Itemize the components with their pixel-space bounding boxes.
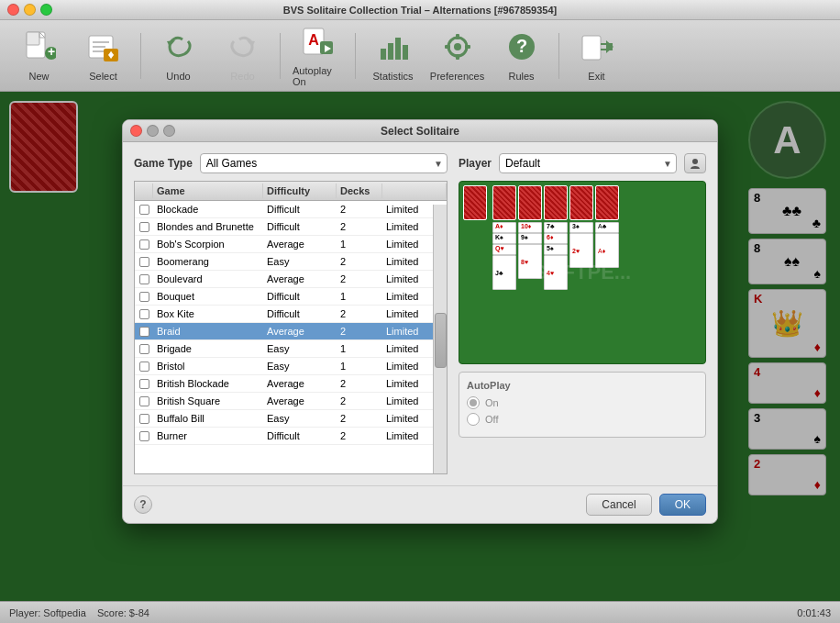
game-checkbox[interactable]: [139, 414, 149, 424]
game-checkbox[interactable]: [139, 362, 149, 372]
modal-overlay: Select Solitaire Game Type All Games ▼: [0, 92, 840, 601]
game-decks-cell: 2: [337, 428, 382, 443]
game-name-cell: Boulevard: [153, 272, 263, 286]
svg-rect-25: [445, 45, 450, 49]
game-row[interactable]: British Square Average 2 Limited: [135, 393, 447, 410]
col-difficulty: Difficulty: [263, 184, 337, 198]
player-select-wrapper[interactable]: Default ▼: [499, 153, 677, 173]
game-name-cell: Blockade: [153, 202, 263, 217]
game-name-cell: British Blockade: [153, 376, 263, 391]
game-type-select-wrapper[interactable]: All Games ▼: [200, 153, 448, 173]
close-button[interactable]: [7, 4, 19, 16]
game-checkbox[interactable]: [139, 431, 149, 441]
game-row[interactable]: British Blockade Average 2 Limited: [135, 375, 447, 393]
player-row: Player Default ▼: [459, 153, 706, 173]
undo-icon: [162, 30, 195, 68]
row-checkbox-cell: [135, 359, 153, 373]
game-checkbox[interactable]: [139, 396, 149, 406]
window-controls[interactable]: [7, 4, 52, 16]
game-checkbox[interactable]: [139, 257, 149, 267]
game-difficulty-cell: Average: [263, 376, 337, 391]
game-checkbox[interactable]: [139, 239, 149, 250]
game-type-select[interactable]: All Games: [200, 153, 448, 173]
game-checkbox[interactable]: [139, 205, 149, 215]
game-decks-cell: 1: [337, 237, 382, 251]
game-row[interactable]: Braid Average 2 Limited: [135, 323, 447, 340]
game-difficulty-cell: Easy: [263, 254, 337, 269]
game-row[interactable]: Buffalo Bill Easy 2 Limited: [135, 410, 447, 428]
autoplay-off-radio[interactable]: [467, 413, 480, 426]
game-difficulty-cell: Average: [263, 394, 337, 408]
exit-button[interactable]: Exit: [567, 26, 626, 85]
game-difficulty-cell: Average: [263, 272, 337, 286]
game-row[interactable]: Blockade Difficult 2 Limited: [135, 201, 447, 218]
game-difficulty-cell: Easy: [263, 359, 337, 373]
game-name-cell: Box Kite: [153, 306, 263, 321]
autoplay-on-radio[interactable]: [467, 396, 480, 409]
player-status: Player: Softpedia Score: $-84: [9, 607, 149, 618]
game-difficulty-cell: Easy: [263, 341, 337, 356]
svg-text:A: A: [308, 32, 319, 48]
svg-rect-24: [456, 54, 459, 60]
preferences-icon: [441, 30, 474, 68]
toolbar: + New ♦ Select Undo: [0, 20, 840, 92]
autoplay-label: Autoplay On: [293, 65, 343, 87]
exit-label: Exit: [588, 71, 604, 82]
game-checkbox[interactable]: [139, 379, 149, 389]
new-button[interactable]: + New: [9, 26, 69, 85]
game-difficulty-cell: Average: [263, 324, 337, 339]
game-row[interactable]: Brigade Easy 1 Limited: [135, 340, 447, 358]
player-label: Player: [459, 157, 492, 170]
ok-button[interactable]: OK: [659, 494, 706, 516]
game-row[interactable]: Bristol Easy 1 Limited: [135, 358, 447, 375]
svg-text:♦: ♦: [107, 47, 114, 61]
game-decks-cell: 2: [337, 272, 382, 286]
game-type-label: Game Type: [134, 157, 193, 170]
row-checkbox-cell: [135, 289, 153, 304]
svg-rect-26: [465, 45, 470, 49]
player-manage-button[interactable]: [684, 153, 706, 173]
game-checkbox[interactable]: [139, 309, 149, 319]
game-checkbox[interactable]: [139, 274, 149, 284]
game-row[interactable]: Blondes and Brunette Difficult 2 Limited: [135, 218, 447, 236]
help-button[interactable]: ?: [134, 495, 152, 514]
row-checkbox-cell: [135, 428, 153, 443]
game-decks-cell: 2: [337, 324, 382, 339]
modal-body: Game Type All Games ▼ Game: [123, 142, 717, 485]
game-checkbox[interactable]: [139, 344, 149, 354]
game-row[interactable]: Boomerang Easy 2 Limited: [135, 253, 447, 271]
game-row[interactable]: Burner Difficult 2 Limited: [135, 428, 447, 445]
row-checkbox-cell: [135, 219, 153, 234]
game-name-cell: Blondes and Brunette: [153, 219, 263, 234]
row-checkbox-cell: [135, 306, 153, 321]
preferences-button[interactable]: Preferences: [427, 26, 487, 85]
modal-window-controls[interactable]: [130, 125, 175, 137]
autoplay-on-row: On: [467, 396, 698, 409]
game-row[interactable]: Box Kite Difficult 2 Limited: [135, 306, 447, 323]
game-checkbox[interactable]: [139, 222, 149, 232]
game-decks-cell: 1: [337, 289, 382, 304]
statistics-button[interactable]: Statistics: [363, 26, 423, 85]
scrollbar[interactable]: [433, 205, 447, 474]
redo-button[interactable]: Redo: [213, 26, 272, 85]
game-row[interactable]: Bouquet Difficult 1 Limited: [135, 288, 447, 306]
game-preview: A♦ K♠ Q♥ J♣ 10♦ 9♠ 8♥: [459, 181, 706, 364]
modal-left-panel: Game Type All Games ▼ Game: [134, 153, 448, 474]
maximize-button[interactable]: [40, 4, 52, 16]
modal-close-button[interactable]: [130, 125, 142, 137]
game-row[interactable]: Boulevard Average 2 Limited: [135, 271, 447, 288]
autoplay-button[interactable]: A Autoplay On: [288, 26, 348, 85]
select-button[interactable]: ♦ Select: [73, 26, 133, 85]
window-title: BVS Solitaire Collection Trial – Alterna…: [283, 5, 558, 16]
scrollbar-thumb[interactable]: [435, 313, 447, 368]
player-select[interactable]: Default: [499, 153, 677, 173]
game-row[interactable]: Bob's Scorpion Average 1 Limited: [135, 236, 447, 253]
minimize-button[interactable]: [24, 4, 36, 16]
undo-button[interactable]: Undo: [149, 26, 208, 85]
rules-button[interactable]: ? Rules: [492, 26, 551, 85]
cancel-button[interactable]: Cancel: [586, 494, 651, 516]
game-checkbox[interactable]: [139, 327, 149, 337]
preferences-label: Preferences: [430, 71, 484, 82]
game-list-body[interactable]: Blockade Difficult 2 Limited Blondes and…: [135, 201, 447, 472]
game-checkbox[interactable]: [139, 292, 149, 302]
